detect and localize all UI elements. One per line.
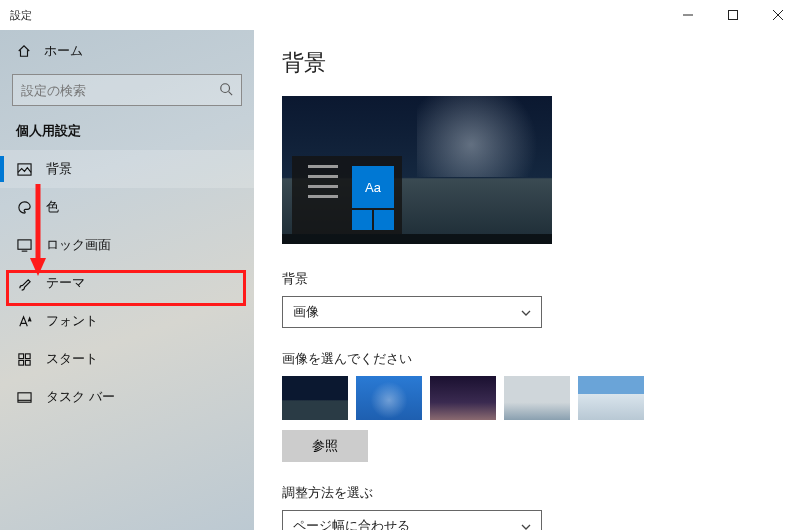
sidebar: ホーム 個人用設定 背景	[0, 30, 254, 530]
titlebar: 設定	[0, 0, 800, 30]
svg-rect-9	[18, 353, 23, 358]
preview-sample-text: Aa	[365, 180, 381, 195]
sidebar-item-themes[interactable]: テーマ	[0, 264, 254, 302]
sidebar-item-label: 背景	[46, 160, 72, 178]
browse-button-label: 参照	[312, 437, 338, 455]
taskbar-icon	[16, 390, 32, 405]
home-link[interactable]: ホーム	[0, 36, 254, 66]
sidebar-item-colors[interactable]: 色	[0, 188, 254, 226]
choose-image-label: 画像を選んでください	[282, 350, 772, 368]
svg-rect-11	[18, 360, 23, 365]
sidebar-item-label: 色	[46, 198, 59, 216]
search-input[interactable]	[21, 83, 219, 98]
search-wrap	[0, 66, 254, 114]
palette-icon	[16, 200, 32, 215]
image-thumbnail[interactable]	[356, 376, 422, 420]
start-icon	[16, 352, 32, 367]
image-thumbnails	[282, 376, 772, 420]
sidebar-item-lockscreen[interactable]: ロック画面	[0, 226, 254, 264]
home-label: ホーム	[44, 42, 83, 60]
sidebar-item-fonts[interactable]: フォント	[0, 302, 254, 340]
sidebar-item-background[interactable]: 背景	[0, 150, 254, 188]
chevron-down-icon	[521, 306, 531, 318]
fit-dropdown[interactable]: ページ幅に合わせる	[282, 510, 542, 530]
svg-rect-12	[25, 360, 30, 365]
page-title: 背景	[282, 48, 772, 78]
background-label: 背景	[282, 270, 772, 288]
chevron-down-icon	[521, 520, 531, 530]
search-icon	[219, 82, 233, 99]
desktop-preview: Aa	[282, 96, 552, 244]
maximize-button[interactable]	[710, 0, 755, 30]
settings-window: 設定 ホーム	[0, 0, 800, 530]
combo-value: ページ幅に合わせる	[293, 517, 410, 530]
window-body: ホーム 個人用設定 背景	[0, 30, 800, 530]
sidebar-item-label: タスク バー	[46, 388, 115, 406]
browse-button[interactable]: 参照	[282, 430, 368, 462]
section-title: 個人用設定	[0, 114, 254, 150]
lockscreen-icon	[16, 238, 32, 253]
svg-point-4	[221, 83, 230, 92]
image-thumbnail[interactable]	[504, 376, 570, 420]
preview-sample-tile: Aa	[352, 166, 394, 208]
sidebar-item-label: テーマ	[46, 274, 85, 292]
close-button[interactable]	[755, 0, 800, 30]
svg-rect-1	[728, 11, 737, 20]
image-thumbnail[interactable]	[282, 376, 348, 420]
brush-icon	[16, 276, 32, 291]
picture-icon	[16, 162, 32, 177]
image-thumbnail[interactable]	[430, 376, 496, 420]
content-pane: 背景 Aa 背景 画像 画像を選んでください	[254, 30, 800, 530]
sidebar-item-label: スタート	[46, 350, 98, 368]
caption-buttons	[665, 0, 800, 30]
minimize-button[interactable]	[665, 0, 710, 30]
sidebar-item-taskbar[interactable]: タスク バー	[0, 378, 254, 416]
home-icon	[16, 44, 32, 58]
font-icon	[16, 314, 32, 329]
sidebar-item-label: ロック画面	[46, 236, 111, 254]
combo-value: 画像	[293, 303, 319, 321]
background-type-dropdown[interactable]: 画像	[282, 296, 542, 328]
sidebar-item-label: フォント	[46, 312, 98, 330]
fit-label: 調整方法を選ぶ	[282, 484, 772, 502]
sidebar-item-start[interactable]: スタート	[0, 340, 254, 378]
window-title: 設定	[10, 8, 32, 23]
svg-rect-7	[17, 239, 30, 248]
image-thumbnail[interactable]	[578, 376, 644, 420]
svg-line-5	[229, 91, 233, 95]
search-box[interactable]	[12, 74, 242, 106]
svg-rect-10	[25, 353, 30, 358]
